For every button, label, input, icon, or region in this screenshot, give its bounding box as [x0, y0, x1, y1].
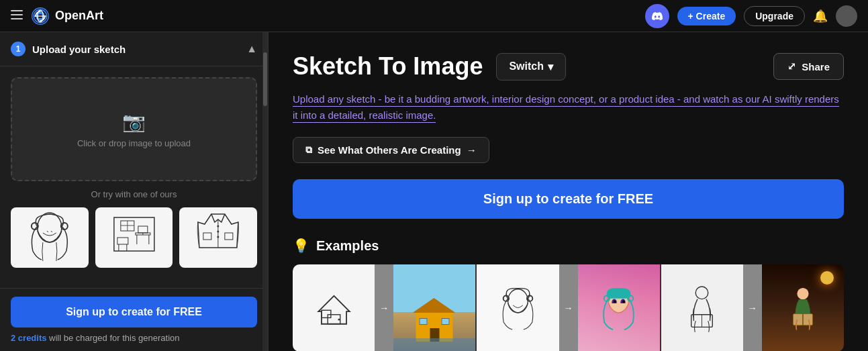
camera-icon: 📷 — [122, 111, 146, 133]
upgrade-button[interactable]: Upgrade — [744, 6, 805, 26]
example-3-before — [661, 264, 743, 351]
svg-line-9 — [51, 231, 52, 232]
upload-hint: Click or drop image to upload — [77, 138, 191, 148]
example-1-arrow: → — [375, 264, 393, 351]
examples-title: Examples — [316, 238, 379, 254]
svg-rect-27 — [225, 233, 233, 240]
sample-images-row — [11, 207, 257, 268]
svg-point-31 — [508, 289, 528, 312]
sidebar-header: 1 Upload your sketch ▲ — [0, 32, 268, 66]
svg-point-44 — [797, 288, 808, 299]
content-header: Sketch To Image Switch ▾ ⤢ Share — [293, 52, 844, 81]
main-layout: 1 Upload your sketch ▲ 📷 Click or drop i… — [0, 32, 868, 351]
description-section: Upload any sketch - be it a budding artw… — [293, 91, 844, 123]
notification-bell-icon[interactable]: 🔔 — [813, 9, 828, 23]
switch-label: Switch — [509, 60, 544, 72]
example-pair-1: → — [293, 264, 475, 351]
sidebar-footer: Sign up to create for FREE 2 credits wil… — [0, 288, 268, 351]
sample-image-1[interactable] — [11, 207, 89, 268]
see-others-label: See What Others Are Creating — [318, 144, 461, 156]
svg-rect-26 — [203, 233, 211, 240]
divider-text: Or try with one of ours — [11, 189, 257, 199]
svg-rect-1 — [11, 14, 23, 15]
example-pair-2: → — [477, 264, 659, 351]
examples-grid: → — [293, 264, 844, 351]
svg-line-8 — [47, 231, 48, 232]
svg-rect-17 — [138, 226, 148, 233]
svg-rect-0 — [11, 10, 23, 11]
bulb-icon: 💡 — [293, 238, 309, 254]
example-2-after — [578, 264, 660, 351]
copy-icon: ⧉ — [305, 144, 312, 156]
credits-amount: 2 credits — [11, 333, 46, 343]
see-others-button[interactable]: ⧉ See What Others Are Creating → — [293, 137, 489, 163]
arrow-icon-2: → — [564, 303, 573, 313]
example-pair-3: → — [661, 264, 844, 351]
sidebar-content: 📷 Click or drop image to upload Or try w… — [0, 66, 268, 288]
svg-point-23 — [218, 225, 220, 228]
example-1-before — [293, 264, 375, 351]
user-avatar[interactable] — [836, 5, 857, 27]
switch-button[interactable]: Switch ▾ — [496, 53, 566, 81]
svg-point-41 — [695, 287, 708, 299]
content-area: Sketch To Image Switch ▾ ⤢ Share Upload … — [269, 32, 868, 351]
discord-button[interactable] — [645, 4, 669, 28]
example-3-after — [762, 264, 844, 351]
example-1-after — [393, 264, 475, 351]
logo-text: OpenArt — [55, 9, 103, 23]
credits-text: will be charged for this generation — [46, 333, 179, 343]
svg-point-25 — [218, 236, 220, 238]
example-3-arrow: → — [743, 264, 762, 351]
svg-rect-29 — [322, 310, 331, 317]
main-signup-button[interactable]: Sign up to create for FREE — [293, 179, 844, 219]
svg-point-30 — [338, 318, 340, 320]
examples-section: 💡 Examples — [293, 238, 844, 351]
create-button[interactable]: + Create — [677, 7, 736, 26]
menu-icon[interactable] — [11, 9, 23, 23]
step-label: Upload your sketch — [32, 44, 126, 55]
examples-header: 💡 Examples — [293, 238, 844, 254]
navbar: OpenArt + Create Upgrade 🔔 — [0, 0, 868, 32]
svg-point-39 — [614, 300, 616, 303]
sidebar-signup-button[interactable]: Sign up to create for FREE — [11, 297, 257, 328]
arrow-right-icon: → — [467, 144, 477, 156]
arrow-icon-3: → — [748, 303, 757, 313]
chevron-down-icon: ▾ — [548, 60, 553, 73]
svg-point-40 — [622, 300, 625, 303]
step-indicator: 1 Upload your sketch — [11, 42, 126, 56]
sample-image-3[interactable] — [179, 207, 257, 268]
page-title: Sketch To Image — [293, 52, 483, 81]
collapse-icon[interactable]: ▲ — [246, 43, 257, 55]
sample-image-2[interactable] — [95, 207, 173, 268]
logo[interactable]: OpenArt — [31, 7, 103, 26]
arrow-icon: → — [379, 303, 389, 313]
example-2-before — [477, 264, 559, 351]
page-description: Upload any sketch - be it a budding artw… — [293, 93, 839, 123]
svg-rect-2 — [11, 18, 23, 19]
share-button[interactable]: ⤢ Share — [773, 53, 844, 80]
share-icon: ⤢ — [787, 60, 796, 72]
credits-notice: 2 credits will be charged for this gener… — [11, 333, 257, 343]
svg-point-24 — [218, 231, 220, 233]
step-badge: 1 — [11, 42, 26, 56]
example-2-arrow: → — [559, 264, 578, 351]
sidebar: 1 Upload your sketch ▲ 📷 Click or drop i… — [0, 32, 269, 351]
upload-area[interactable]: 📷 Click or drop image to upload — [11, 77, 257, 181]
share-label: Share — [802, 61, 830, 72]
svg-rect-19 — [117, 238, 128, 244]
